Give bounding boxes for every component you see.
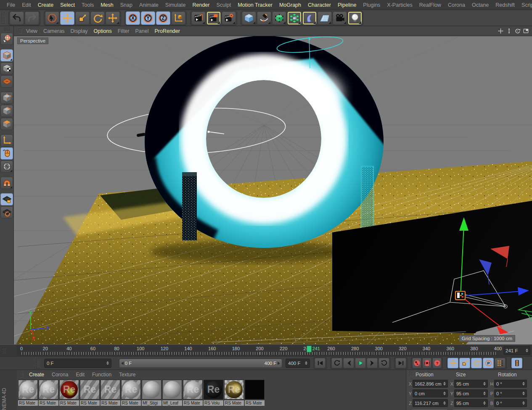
right-pillar-object[interactable] — [361, 166, 373, 236]
material-thumbnail[interactable]: Re — [204, 380, 223, 399]
viewport-menu-filter[interactable]: Filter — [115, 28, 132, 34]
menu-item-corona[interactable]: Corona — [445, 2, 468, 8]
menu-item-file[interactable]: File — [3, 2, 19, 8]
timeline-grip[interactable] — [2, 347, 6, 354]
redo-button[interactable] — [25, 11, 39, 25]
material-thumbnail[interactable] — [162, 380, 182, 399]
maximize-view-button[interactable] — [522, 27, 529, 35]
rotate-view-button[interactable] — [514, 27, 521, 35]
material-menu-grip[interactable] — [20, 372, 24, 378]
frame-spinner[interactable] — [526, 349, 528, 352]
material-item[interactable]: Mf_Leaf — [162, 380, 182, 406]
menu-item-pipeline[interactable]: Pipeline — [334, 2, 360, 8]
menu-item-sculpt[interactable]: Sculpt — [213, 2, 234, 8]
preview-range-slider[interactable]: 0 F 400 F — [119, 359, 282, 368]
material-thumbnail[interactable]: Re — [224, 380, 244, 399]
menu-item-plugins[interactable]: Plugins — [360, 2, 384, 8]
transport-grip[interactable] — [36, 358, 40, 369]
menu-item-create[interactable]: Create — [34, 2, 57, 8]
keyframe-selection-button[interactable] — [495, 358, 506, 368]
material-thumbnail[interactable] — [245, 380, 265, 399]
model-mode-button[interactable] — [0, 49, 13, 61]
coord-spinner[interactable] — [483, 391, 486, 395]
menu-item-x-particles[interactable]: X-Particles — [384, 2, 416, 8]
menu-item-render[interactable]: Render — [189, 2, 213, 8]
lock-z-axis-button[interactable]: Z — [156, 11, 170, 25]
material-item[interactable]: ReRS Mate — [80, 380, 100, 406]
material-thumbnail[interactable]: Re — [80, 380, 100, 399]
lock-x-axis-button[interactable]: X — [126, 11, 140, 25]
coord-spinner[interactable] — [522, 401, 525, 405]
coord-field-position-z[interactable]: 116.217 cm — [413, 399, 448, 407]
coord-spinner[interactable] — [522, 382, 525, 386]
add-light-button[interactable] — [348, 11, 362, 25]
material-item[interactable]: ReRS Mate — [224, 380, 244, 406]
coord-field-size-z[interactable]: 95 cm — [454, 399, 488, 407]
menu-item-tools[interactable]: Tools — [78, 2, 97, 8]
snap-settings-button[interactable]: S — [0, 160, 13, 173]
material-thumbnail[interactable]: Re — [59, 380, 79, 399]
material-name-label[interactable]: RS Volu — [204, 400, 223, 406]
viewport-menu-cameras[interactable]: Cameras — [40, 28, 68, 34]
add-generator-button[interactable] — [272, 11, 286, 25]
open-picture-viewer-button[interactable] — [511, 358, 522, 368]
points-mode-button[interactable] — [0, 92, 13, 104]
viewport-menu-panel[interactable]: Panel — [132, 28, 151, 34]
coord-field-size-x[interactable]: 95 cm — [454, 380, 488, 388]
autokeying-button[interactable] — [422, 358, 431, 368]
selected-object-marker[interactable] — [455, 291, 465, 300]
coordinates-grip[interactable] — [409, 372, 413, 377]
material-menu-create[interactable]: Create — [25, 372, 48, 378]
current-frame-marker[interactable] — [307, 346, 312, 352]
workplane-tool-button[interactable] — [0, 206, 13, 218]
material-item[interactable]: Mf_Stigi — [142, 380, 161, 406]
record-keyframe-button[interactable] — [412, 358, 421, 368]
previous-frame-button[interactable] — [343, 358, 354, 368]
add-deformer-button[interactable] — [302, 11, 317, 25]
goto-end-button[interactable] — [395, 358, 406, 368]
toolbar-grip[interactable] — [1, 13, 5, 24]
material-thumbnail[interactable]: Re — [121, 380, 141, 399]
coord-field-position-x[interactable]: 1662.896 cm — [413, 380, 448, 388]
tweak-mode-button[interactable] — [0, 147, 13, 160]
end-frame-spinner[interactable] — [305, 361, 307, 365]
material-menu-function[interactable]: Function — [88, 372, 115, 378]
menu-item-character[interactable]: Character — [304, 2, 334, 8]
keying-options-button[interactable]: ? — [432, 358, 442, 368]
coord-field-rotation-h[interactable]: 0 ° — [494, 380, 527, 388]
material-thumbnail[interactable]: Re — [18, 380, 38, 399]
viewport-menu-view[interactable]: View — [23, 28, 40, 34]
viewport-menu-display[interactable]: Display — [68, 28, 91, 34]
material-menu-texture[interactable]: Texture — [115, 372, 139, 378]
material-item[interactable]: RS Mate — [245, 380, 265, 406]
coord-spinner[interactable] — [483, 401, 486, 405]
goto-start-button[interactable] — [315, 358, 326, 368]
sidebar-grip[interactable] — [4, 27, 10, 31]
last-used-tool-button[interactable] — [106, 11, 120, 25]
live-selection-button[interactable] — [45, 11, 59, 25]
material-name-label[interactable]: RS Mate — [121, 400, 141, 406]
material-item[interactable]: ReRS Volu — [204, 380, 223, 406]
timeline-track[interactable]: 0204060801001201401601802002202402602803… — [17, 345, 499, 356]
material-menu-corona[interactable]: Corona — [48, 372, 72, 378]
viewport-camera-label[interactable]: Perspective — [17, 37, 48, 44]
material-name-label[interactable]: RS Mate — [18, 400, 38, 406]
next-frame-button[interactable] — [367, 358, 378, 368]
menu-item-realflow[interactable]: RealFlow — [416, 2, 445, 8]
coord-field-size-y[interactable]: 95 cm — [454, 389, 488, 397]
menu-item-animate[interactable]: Animate — [136, 2, 162, 8]
move-tool-button[interactable] — [60, 11, 74, 25]
menu-item-select[interactable]: Select — [57, 2, 78, 8]
key-rotation-button[interactable] — [471, 358, 482, 368]
material-name-label[interactable]: RS Mate — [39, 400, 58, 406]
viewport-menu-prorender[interactable]: ProRender — [151, 28, 183, 34]
range-end-handle[interactable]: 400 F — [265, 361, 282, 366]
add-spline-button[interactable] — [257, 11, 271, 25]
coord-spinner[interactable] — [483, 382, 486, 386]
undo-button[interactable] — [10, 11, 24, 25]
coord-spinner[interactable] — [443, 382, 446, 386]
render-picture-viewer-button[interactable] — [206, 11, 221, 25]
material-name-label[interactable]: Mf_Stigi — [142, 400, 161, 406]
material-item[interactable]: ReRS Mate — [39, 380, 58, 406]
texture-mode-button[interactable] — [0, 62, 13, 75]
